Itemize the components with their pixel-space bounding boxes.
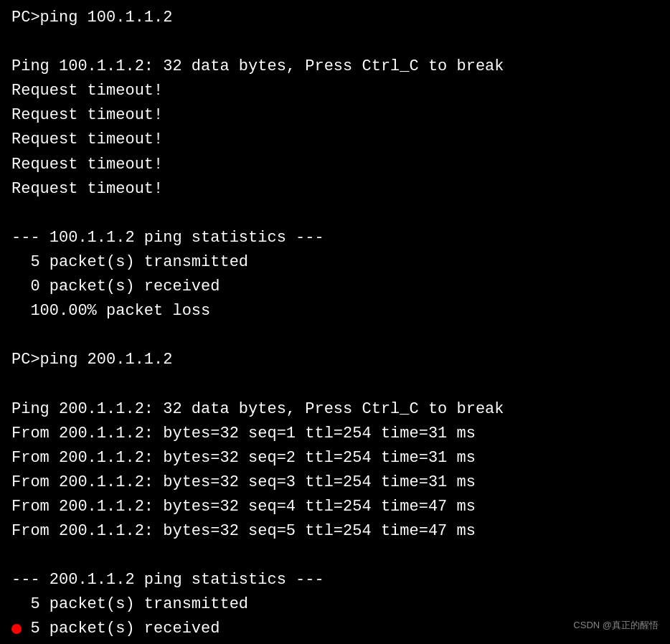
terminal-window: PC>ping 100.1.1.2 Ping 100.1.1.2: 32 dat…: [0, 0, 670, 644]
watermark: CSDN @真正的醒悟: [573, 618, 659, 633]
red-dot-indicator: [11, 624, 22, 634]
terminal-content: PC>ping 100.1.1.2 Ping 100.1.1.2: 32 dat…: [11, 6, 659, 644]
